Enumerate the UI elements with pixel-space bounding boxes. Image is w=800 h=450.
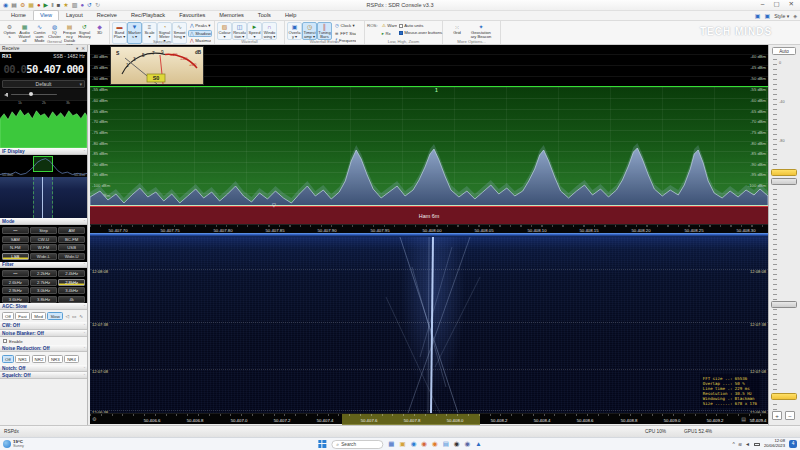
taskbar-app-icon[interactable]: ▤ bbox=[443, 440, 449, 448]
noise-reduction-button[interactable]: NR2 bbox=[32, 355, 47, 363]
tray-icon[interactable]: ≋ bbox=[738, 441, 742, 447]
zoom-out-icon[interactable]: − bbox=[760, 416, 763, 422]
tuning-marker[interactable]: ▽ bbox=[272, 202, 276, 208]
battery-icon[interactable] bbox=[754, 443, 760, 446]
mode-button[interactable]: AM bbox=[58, 227, 85, 234]
qat-icon[interactable]: ▤ bbox=[11, 2, 17, 9]
taskbar-app-icon[interactable]: ◉ bbox=[421, 440, 427, 448]
ribbon-tab[interactable]: Help bbox=[278, 10, 304, 20]
strip-zoom-in-button[interactable]: + bbox=[772, 411, 782, 420]
tray-icon[interactable]: ^ bbox=[733, 441, 735, 447]
mode-panel-header[interactable]: Modeˆ bbox=[0, 218, 87, 225]
filter-button[interactable]: 2.7kHz bbox=[30, 279, 57, 286]
pin-icon[interactable]: ◈ bbox=[793, 13, 797, 19]
qat-icon[interactable]: ↻ bbox=[95, 2, 100, 9]
notification-badge[interactable]: 4 bbox=[789, 440, 797, 448]
mode-button[interactable]: ••• bbox=[2, 227, 29, 234]
ribbon-button[interactable]: ◷ Timestamp ▾ bbox=[302, 22, 317, 40]
dock-menu-icon[interactable]: ▾ bbox=[76, 46, 78, 51]
ribbon-button[interactable]: ▣ Overlay ▾ bbox=[287, 22, 302, 40]
close-button[interactable]: ✕ bbox=[789, 0, 794, 8]
mode-button[interactable]: BC-FM bbox=[58, 236, 85, 243]
filter-button[interactable]: 2.9kHz bbox=[2, 287, 29, 294]
qat-icon[interactable]: ▥ bbox=[72, 2, 78, 9]
qat-icon[interactable]: ↺ bbox=[87, 2, 92, 9]
weather-widget[interactable]: 19°C Sunny bbox=[0, 440, 120, 449]
mode-button[interactable]: W-FM bbox=[30, 244, 57, 251]
layout-panel-icon[interactable]: ▣ bbox=[755, 12, 761, 19]
taskbar-app-icon[interactable]: ▲ bbox=[475, 440, 481, 448]
agc-button[interactable]: Off bbox=[2, 312, 14, 320]
taskbar-clock[interactable]: 12:08 20/06/2023 bbox=[764, 439, 785, 448]
style-dropdown[interactable]: Style ▾ bbox=[774, 13, 789, 19]
ribbon-tab[interactable]: Memories bbox=[212, 10, 251, 20]
ribbon-checkbox[interactable]: Auto units bbox=[399, 23, 442, 29]
qat-icon[interactable]: ★ bbox=[63, 2, 68, 9]
layout-panel-icon-2[interactable]: ▣ bbox=[764, 12, 770, 19]
qat-icon[interactable]: ⚙ bbox=[20, 2, 25, 9]
waterfall-high-slider-handle[interactable] bbox=[771, 301, 797, 308]
filter-button[interactable]: 3.4kHz bbox=[58, 287, 85, 294]
qat-icon[interactable]: ▦ bbox=[28, 2, 34, 9]
taskbar-search[interactable]: ⌕ Search bbox=[331, 440, 383, 449]
spectrum-low-slider-handle[interactable] bbox=[771, 178, 797, 185]
filter-button[interactable]: 2.6kHz bbox=[2, 279, 29, 286]
ribbon-button[interactable]: ║ Tuning Bars bbox=[317, 22, 332, 40]
ribbon-tab[interactable]: Receive bbox=[90, 10, 124, 20]
ribbon-button[interactable]: ⁙ Grid bbox=[445, 22, 469, 40]
audio-spectrum[interactable]: 1k2k3k bbox=[0, 100, 87, 148]
mode-button[interactable]: Step bbox=[30, 227, 57, 234]
spectrum-frequency-axis[interactable]: 50.407.7050.407.7550.407.8050.407.8550.4… bbox=[90, 224, 768, 233]
qat-icon[interactable]: ◉ bbox=[3, 2, 8, 9]
mode-button[interactable]: N-FM bbox=[2, 244, 29, 251]
filter-button[interactable]: 3.6kHz bbox=[2, 296, 29, 303]
ribbon-stack-button[interactable]: ≣ FFT Stats bbox=[333, 30, 357, 37]
ribbon-button[interactable]: ▧ Colour ▾ bbox=[217, 22, 232, 40]
ribbon-button[interactable]: ✦ Geostationary Beacon bbox=[469, 22, 493, 40]
mode-button[interactable]: Wide-U bbox=[58, 253, 85, 260]
ribbon-checkbox[interactable]: Mouse-over buttons bbox=[399, 30, 442, 36]
qat-icon[interactable]: ● bbox=[80, 2, 84, 9]
qat-icon[interactable]: ■ bbox=[57, 2, 61, 9]
mode-button[interactable]: USB bbox=[58, 244, 85, 251]
noise-reduction-button[interactable]: Off bbox=[2, 355, 14, 363]
spectrum-high-slider-handle[interactable] bbox=[771, 169, 797, 176]
frequency-display[interactable]: 00.050.407.000 bbox=[0, 60, 87, 78]
agc-tool-icon[interactable]: ▭ bbox=[72, 314, 76, 319]
agc-button[interactable]: Slow bbox=[47, 312, 63, 320]
filter-button[interactable]: 3.0kHz bbox=[30, 287, 57, 294]
qat-icon[interactable]: ▶ bbox=[44, 2, 49, 9]
ribbon-button[interactable]: ∩ Windowing ▾ bbox=[262, 22, 277, 40]
taskbar-app-icon[interactable]: ◉ bbox=[432, 440, 438, 448]
filter-button[interactable]: 2.8kHz bbox=[58, 279, 85, 286]
taskbar-app-icon[interactable]: ◉ bbox=[465, 440, 471, 448]
main-spectrum-display[interactable]: -40 dBm -40 dBm -45 dBm -45 dBm -50 dBm … bbox=[90, 45, 768, 233]
volume-slider-thumb[interactable] bbox=[29, 92, 33, 96]
noise-reduction-button[interactable]: NR4 bbox=[64, 355, 79, 363]
noise-reduction-header[interactable]: Noise Reduction: Offˆ bbox=[0, 345, 87, 352]
filter-button[interactable]: 2.4kHz bbox=[58, 270, 85, 277]
taskbar-app-icon[interactable]: ◉ bbox=[411, 440, 417, 448]
qat-icon[interactable]: ‖ bbox=[51, 2, 53, 9]
if-display-header[interactable]: IF Displayˆ bbox=[0, 148, 87, 155]
filter-button[interactable]: ••• bbox=[2, 270, 29, 277]
noise-blanker-header[interactable]: Noise Blanker: Offˆ bbox=[0, 330, 87, 337]
printer-icon[interactable]: ▤ bbox=[741, 416, 746, 422]
ribbon-tab[interactable]: Tools bbox=[251, 10, 278, 20]
taskbar-app-icon[interactable]: ▣ bbox=[400, 440, 406, 448]
ros-button[interactable]: ⚠ Warn bbox=[380, 22, 398, 29]
squelch-panel-header[interactable]: Squelch: Offˆ bbox=[0, 372, 87, 379]
qat-icon[interactable]: ● bbox=[37, 2, 41, 9]
taskbar-app-icon[interactable]: ◉ bbox=[454, 440, 460, 448]
if-waterfall[interactable] bbox=[0, 177, 87, 218]
volume-slider[interactable] bbox=[11, 94, 57, 96]
ribbon-stack-button[interactable]: ⋀ Peaks ▾ bbox=[188, 22, 212, 29]
mode-button[interactable]: CW-U bbox=[30, 236, 57, 243]
ribbon-button[interactable]: ► Speed ▾ bbox=[247, 22, 262, 40]
mode-button[interactable]: Wide-L bbox=[30, 253, 57, 260]
tray-icon[interactable]: ◄ bbox=[745, 441, 750, 447]
main-waterfall[interactable]: 12:08:08 12:08:08 12:07:38 12:07:38 12:0… bbox=[90, 237, 768, 413]
waterfall-frequency-axis[interactable]: ⚙ 50.406.650.406.850.407.050.407.250.407… bbox=[90, 413, 768, 424]
preset-dropdown[interactable]: Default ▾ bbox=[2, 80, 85, 88]
ros-button[interactable]: ▸ Rx bbox=[380, 30, 398, 37]
